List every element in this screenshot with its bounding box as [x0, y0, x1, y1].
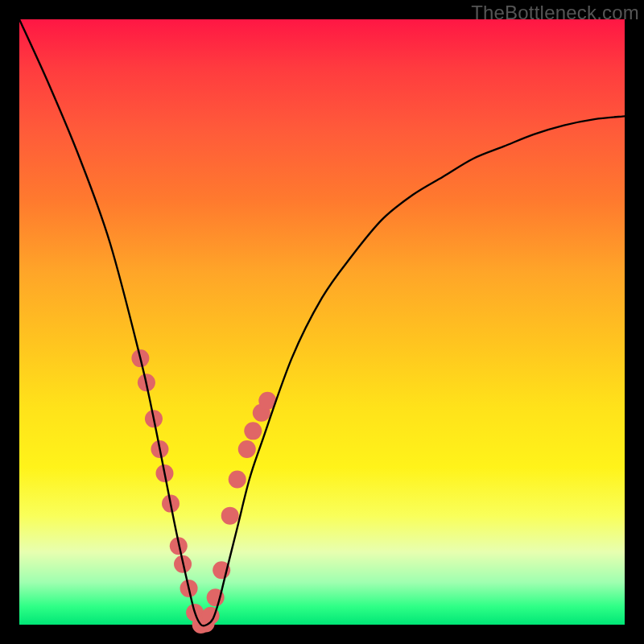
marker-point — [238, 440, 256, 458]
curve-svg — [19, 19, 625, 625]
bottleneck-curve — [19, 19, 625, 625]
marker-point — [221, 507, 239, 525]
plot-area — [19, 19, 625, 625]
marker-layer — [131, 349, 276, 634]
marker-point — [229, 471, 246, 489]
marker-point — [244, 422, 262, 440]
chart-frame: TheBottleneck.com — [0, 0, 644, 644]
